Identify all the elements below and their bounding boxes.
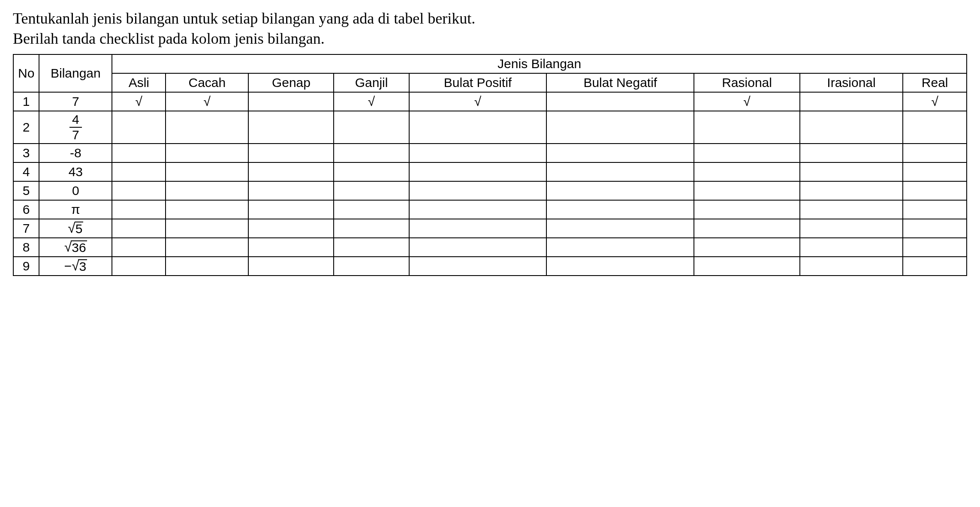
check-irasional[interactable] xyxy=(800,257,903,276)
check-asli[interactable]: √ xyxy=(112,92,166,111)
check-real[interactable] xyxy=(903,111,967,144)
check-bulat_positif[interactable] xyxy=(409,257,546,276)
check-asli[interactable] xyxy=(112,200,166,219)
check-genap[interactable] xyxy=(248,181,334,200)
check-rasional[interactable]: √ xyxy=(694,92,799,111)
check-bulat_negatif[interactable] xyxy=(546,162,694,181)
check-real[interactable] xyxy=(903,238,967,257)
check-mark-icon: √ xyxy=(368,94,375,108)
check-rasional[interactable] xyxy=(694,219,799,238)
row-bilangan: 47 xyxy=(39,111,112,144)
bilangan-sqrt: √5 xyxy=(68,221,83,235)
check-ganjil[interactable] xyxy=(334,219,409,238)
check-irasional[interactable] xyxy=(800,219,903,238)
check-ganjil[interactable] xyxy=(334,181,409,200)
check-ganjil[interactable]: √ xyxy=(334,92,409,111)
check-irasional[interactable] xyxy=(800,162,903,181)
check-ganjil[interactable] xyxy=(334,144,409,162)
check-bulat_positif[interactable]: √ xyxy=(409,92,546,111)
check-bulat_negatif[interactable] xyxy=(546,257,694,276)
check-cacah[interactable] xyxy=(166,144,248,162)
check-bulat_negatif[interactable] xyxy=(546,111,694,144)
check-real[interactable]: √ xyxy=(903,92,967,111)
check-real[interactable] xyxy=(903,200,967,219)
check-cacah[interactable] xyxy=(166,238,248,257)
check-ganjil[interactable] xyxy=(334,200,409,219)
check-bulat_positif[interactable] xyxy=(409,238,546,257)
check-genap[interactable] xyxy=(248,219,334,238)
check-asli[interactable] xyxy=(112,181,166,200)
check-cacah[interactable] xyxy=(166,257,248,276)
check-cacah[interactable] xyxy=(166,200,248,219)
header-real: Real xyxy=(903,73,967,92)
check-bulat_negatif[interactable] xyxy=(546,181,694,200)
bilangan-table: No Bilangan Jenis Bilangan Asli Cacah Ge… xyxy=(13,54,967,276)
check-rasional[interactable] xyxy=(694,238,799,257)
row-no: 2 xyxy=(13,111,39,144)
check-rasional[interactable] xyxy=(694,162,799,181)
check-bulat_positif[interactable] xyxy=(409,200,546,219)
header-ganjil: Ganjil xyxy=(334,73,409,92)
check-bulat_positif[interactable] xyxy=(409,144,546,162)
check-real[interactable] xyxy=(903,257,967,276)
check-asli[interactable] xyxy=(112,111,166,144)
check-genap[interactable] xyxy=(248,92,334,111)
header-no: No xyxy=(13,54,39,92)
check-rasional[interactable] xyxy=(694,257,799,276)
check-irasional[interactable] xyxy=(800,238,903,257)
check-asli[interactable] xyxy=(112,257,166,276)
check-genap[interactable] xyxy=(248,144,334,162)
bilangan-fraction: 47 xyxy=(69,113,82,141)
row-no: 6 xyxy=(13,200,39,219)
check-bulat_negatif[interactable] xyxy=(546,200,694,219)
check-irasional[interactable] xyxy=(800,92,903,111)
check-rasional[interactable] xyxy=(694,144,799,162)
row-bilangan: π xyxy=(39,200,112,219)
row-bilangan: 7 xyxy=(39,92,112,111)
check-irasional[interactable] xyxy=(800,181,903,200)
check-cacah[interactable] xyxy=(166,219,248,238)
check-asli[interactable] xyxy=(112,162,166,181)
check-ganjil[interactable] xyxy=(334,257,409,276)
check-bulat_positif[interactable] xyxy=(409,181,546,200)
check-genap[interactable] xyxy=(248,111,334,144)
check-asli[interactable] xyxy=(112,238,166,257)
check-irasional[interactable] xyxy=(800,144,903,162)
check-cacah[interactable] xyxy=(166,162,248,181)
check-genap[interactable] xyxy=(248,162,334,181)
check-real[interactable] xyxy=(903,219,967,238)
row-bilangan: 43 xyxy=(39,162,112,181)
check-genap[interactable] xyxy=(248,257,334,276)
check-genap[interactable] xyxy=(248,200,334,219)
check-bulat_positif[interactable] xyxy=(409,162,546,181)
table-row: 9−√3 xyxy=(13,257,967,276)
header-jenis-bilangan: Jenis Bilangan xyxy=(112,54,967,73)
check-bulat_positif[interactable] xyxy=(409,219,546,238)
check-asli[interactable] xyxy=(112,219,166,238)
check-bulat_negatif[interactable] xyxy=(546,238,694,257)
check-cacah[interactable] xyxy=(166,111,248,144)
check-ganjil[interactable] xyxy=(334,238,409,257)
table-row: 247 xyxy=(13,111,967,144)
check-real[interactable] xyxy=(903,144,967,162)
check-genap[interactable] xyxy=(248,238,334,257)
check-bulat_negatif[interactable] xyxy=(546,92,694,111)
check-cacah[interactable] xyxy=(166,181,248,200)
check-real[interactable] xyxy=(903,162,967,181)
check-rasional[interactable] xyxy=(694,111,799,144)
check-rasional[interactable] xyxy=(694,200,799,219)
check-irasional[interactable] xyxy=(800,111,903,144)
check-cacah[interactable]: √ xyxy=(166,92,248,111)
check-ganjil[interactable] xyxy=(334,162,409,181)
check-bulat_negatif[interactable] xyxy=(546,144,694,162)
fraction-numerator: 4 xyxy=(69,113,82,128)
check-ganjil[interactable] xyxy=(334,111,409,144)
table-row: 6π xyxy=(13,200,967,219)
check-bulat_positif[interactable] xyxy=(409,111,546,144)
row-no: 4 xyxy=(13,162,39,181)
check-asli[interactable] xyxy=(112,144,166,162)
check-irasional[interactable] xyxy=(800,200,903,219)
check-real[interactable] xyxy=(903,181,967,200)
check-rasional[interactable] xyxy=(694,181,799,200)
check-bulat_negatif[interactable] xyxy=(546,219,694,238)
